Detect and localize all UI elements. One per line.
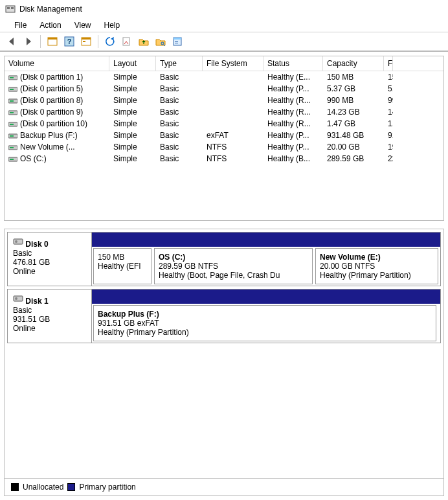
volume-layout: Simple [109,71,156,83]
svg-text:?: ? [67,38,72,45]
disk-icon [13,240,23,249]
folder-up-icon[interactable] [136,34,151,49]
volume-free: 14 [384,106,393,118]
volume-free: 99 [384,95,393,106]
volume-capacity: 14.23 GB [323,106,384,118]
volume-fs [203,83,263,95]
partition-size: 289.59 GB NTFS [159,262,308,271]
volume-capacity: 1.47 GB [323,118,384,130]
disk-info[interactable]: Disk 1Basic931.51 GBOnline [8,290,92,343]
col-header-type[interactable]: Type [156,56,203,71]
back-button[interactable] [4,34,19,49]
volume-row[interactable]: (Disk 0 partition 1)SimpleBasicHealthy (… [5,71,443,83]
volume-status: Healthy (P... [263,130,323,141]
volume-type: Basic [156,106,203,118]
volume-name: (Disk 0 partition 10) [20,119,87,128]
col-header-free[interactable]: F [384,56,393,71]
col-header-layout[interactable]: Layout [109,56,156,71]
forward-button[interactable] [21,34,36,49]
partition-status: Healthy (Primary Partition) [98,328,432,337]
volume-status: Healthy (P... [263,141,323,153]
volume-capacity: 990 MB [323,95,384,106]
partition[interactable]: OS (C:)289.59 GB NTFSHealthy (Boot, Page… [154,248,313,284]
partition[interactable]: Backup Plus (F:)931.51 GB exFATHealthy (… [93,305,436,341]
col-header-status[interactable]: Status [263,56,323,71]
volume-capacity: 20.00 GB [323,141,384,153]
disk-size: 476.81 GB [13,258,86,267]
svg-point-35 [15,297,17,300]
partition-title: New Volume (E:) [320,253,434,262]
partition-status: Healthy (EFI [98,262,147,271]
rescan-icon[interactable] [119,34,135,49]
legend-swatch-primary [67,483,75,491]
volume-fs [203,118,263,130]
volume-layout: Simple [109,130,156,141]
svg-rect-19 [10,89,14,90]
disk-info[interactable]: Disk 0Basic476.81 GBOnline [8,233,92,286]
refresh-icon[interactable] [102,34,118,49]
toolbar-panel-icon[interactable] [45,34,60,49]
menu-file[interactable]: File [8,19,33,31]
partition-status: Healthy (Primary Partition) [320,271,434,280]
svg-rect-31 [10,159,14,160]
volume-free: 19 [384,141,393,153]
titlebar: Disk Management [0,0,448,18]
disk-name: Disk 0 [25,240,48,249]
svg-rect-27 [10,135,14,137]
col-header-cap[interactable]: Capacity [323,56,384,71]
volume-free: 1. [384,118,393,130]
svg-rect-13 [174,38,181,40]
svg-rect-23 [10,112,14,113]
svg-point-33 [15,240,17,243]
volume-row[interactable]: (Disk 0 partition 9)SimpleBasicHealthy (… [5,106,443,118]
disk-map: Disk 0Basic476.81 GBOnline150 MBHealthy … [4,229,444,496]
partition[interactable]: New Volume (E:)20.00 GB NTFSHealthy (Pri… [315,248,438,284]
volume-fs [203,95,263,106]
volume-free: 5. [384,83,393,95]
volume-row[interactable]: (Disk 0 partition 10)SimpleBasicHealthy … [5,118,443,130]
svg-rect-21 [10,100,14,102]
volume-type: Basic [156,141,203,153]
disk-icon [13,297,23,306]
volume-capacity: 5.37 GB [323,83,384,95]
volume-capacity: 150 MB [323,71,384,83]
volume-row[interactable]: New Volume (...SimpleBasicNTFSHealthy (P… [5,141,443,153]
disk-size: 931.51 GB [13,315,86,324]
partition[interactable]: 150 MBHealthy (EFI [93,248,151,284]
volume-name: (Disk 0 partition 1) [20,73,83,82]
disk-status: Online [13,267,86,276]
volume-type: Basic [156,130,203,141]
partition-status: Healthy (Boot, Page File, Crash Du [159,271,308,280]
volume-capacity: 931.48 GB [323,130,384,141]
partition-size: 150 MB [98,253,147,262]
volume-name: Backup Plus (F:) [20,131,78,140]
volume-name: (Disk 0 partition 5) [20,84,83,93]
menu-help[interactable]: Help [98,19,127,31]
menu-action[interactable]: Action [33,19,67,31]
volume-row[interactable]: Backup Plus (F:)SimpleBasicexFATHealthy … [5,130,443,141]
toolbar-panel2-icon[interactable] [78,34,94,49]
disk-type: Basic [13,249,86,258]
disk-status: Online [13,324,86,333]
disk-name: Disk 1 [25,297,48,306]
help-icon[interactable]: ? [62,34,77,49]
partition-title: OS (C:) [159,253,308,262]
volume-type: Basic [156,71,203,83]
volume-status: Healthy (R... [263,118,323,130]
partition-bar [92,233,440,247]
volume-row[interactable]: (Disk 0 partition 8)SimpleBasicHealthy (… [5,95,443,106]
volume-layout: Simple [109,83,156,95]
folder-search-icon[interactable] [153,34,168,49]
volume-row[interactable]: OS (C:)SimpleBasicNTFSHealthy (B...289.5… [5,153,443,165]
volume-fs [203,106,263,118]
partition-bar [92,290,440,304]
svg-rect-1 [7,7,10,9]
col-header-fs[interactable]: File System [203,56,263,71]
volume-row[interactable]: (Disk 0 partition 5)SimpleBasicHealthy (… [5,83,443,95]
volume-name: OS (C:) [20,154,47,163]
svg-rect-17 [10,77,14,78]
col-header-volume[interactable]: Volume [5,56,109,71]
menu-view[interactable]: View [68,19,98,31]
properties-icon[interactable] [170,34,185,49]
volume-fs: exFAT [203,130,263,141]
